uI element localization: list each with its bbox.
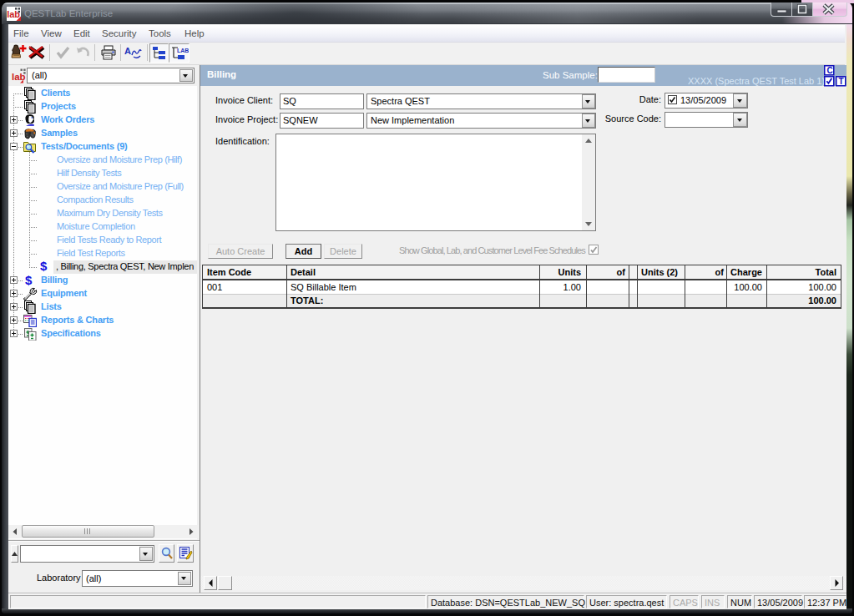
svg-text:lab: lab: [12, 72, 26, 82]
svg-text:lab: lab: [7, 9, 20, 19]
svg-text:C: C: [826, 66, 832, 75]
svg-text:LAB: LAB: [177, 48, 189, 53]
svg-text:A: A: [124, 46, 131, 56]
svg-text:T: T: [839, 77, 844, 86]
